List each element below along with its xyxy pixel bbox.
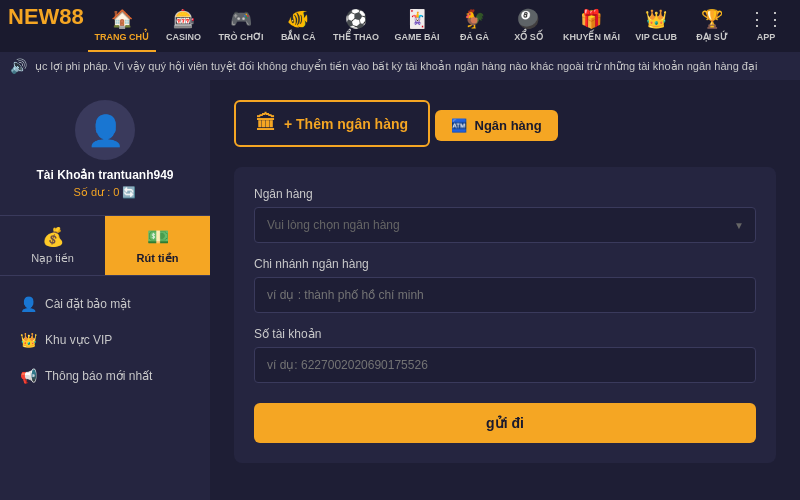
nav-label-app: APP [757, 32, 776, 42]
ticker-text: ục lợi phi pháp. Vì vậy quý hội viên tuy… [35, 60, 757, 73]
nav-label-xo-so: XỔ SỐ [514, 32, 543, 42]
nav-label-da-ga: ĐÁ GÀ [460, 32, 489, 42]
nav-item-da-ga[interactable]: 🐓 ĐÁ GÀ [448, 0, 500, 52]
nav-item-game-bai[interactable]: 🃏 GAME BÀI [388, 0, 447, 52]
ngan-hang-group: Ngân hàng Vui lòng chọn ngân hàng [254, 187, 756, 243]
logo-88: 88 [59, 4, 83, 29]
nap-tien-tab[interactable]: 💰 Nạp tiền [0, 216, 105, 275]
sidebar-item-thong-bao[interactable]: 📢 Thông báo mới nhất [8, 358, 202, 394]
nav-label-khuyen-mai: KHUYẾN MÃI [563, 32, 620, 42]
vip-icon: 👑 [20, 332, 37, 348]
thong-bao-label: Thông báo mới nhất [45, 369, 152, 383]
cai-dat-label: Cài đặt bảo mật [45, 297, 131, 311]
ngan-hang-select[interactable]: Vui lòng chọn ngân hàng [254, 207, 756, 243]
lottery-icon: 🎱 [517, 8, 539, 30]
main-content: 👤 Tài Khoản trantuanh949 Số dư : 0 🔄 💰 N… [0, 80, 800, 500]
refresh-icon[interactable]: 🔄 [122, 186, 136, 198]
ticker-bar: 🔊 ục lợi phi pháp. Vì vậy quý hội viên t… [0, 52, 800, 80]
nav-item-app[interactable]: ⋮⋮ APP [740, 0, 792, 52]
nav-label-the-thao: THỂ THAO [333, 32, 379, 42]
add-bank-button[interactable]: 🏛 + Thêm ngân hàng [234, 100, 430, 147]
header: NEW88 🏠 TRANG CHỦ 🎰 CASINO 🎮 TRÒ CHƠI 🐠 … [0, 0, 800, 52]
home-icon: 🏠 [111, 8, 133, 30]
nav-item-casino[interactable]: 🎰 CASINO [158, 0, 210, 52]
app-icon: ⋮⋮ [748, 8, 784, 30]
gift-icon: 🎁 [580, 8, 602, 30]
nap-tien-label: Nạp tiền [31, 252, 74, 265]
so-tai-khoan-input[interactable] [254, 347, 756, 383]
logo-new: NEW [8, 4, 59, 29]
so-tai-khoan-group: Số tài khoản [254, 327, 756, 383]
chi-nhanh-input[interactable] [254, 277, 756, 313]
nav-label-ban-ca: BẮN CÁ [281, 32, 316, 42]
nav-item-trang-chu[interactable]: 🏠 TRANG CHỦ [88, 0, 156, 52]
chi-nhanh-label: Chi nhánh ngân hàng [254, 257, 756, 271]
nav-item-dai-su[interactable]: 🏆 ĐẠI SỨ [686, 0, 738, 52]
sidebar-menu: 👤 Cài đặt bảo mật 👑 Khu vực VIP 📢 Thông … [0, 286, 210, 394]
cards-icon: 🃏 [406, 8, 428, 30]
ngan-hang-select-wrapper: Vui lòng chọn ngân hàng [254, 207, 756, 243]
nav-item-xo-so[interactable]: 🎱 XỔ SỐ [502, 0, 554, 52]
sports-icon: ⚽ [345, 8, 367, 30]
sidebar: 👤 Tài Khoản trantuanh949 Số dư : 0 🔄 💰 N… [0, 80, 210, 500]
rut-tien-tab[interactable]: 💵 Rút tiền [105, 216, 210, 275]
ngan-hang-label: Ngân hàng [254, 187, 756, 201]
game-icon: 🎮 [230, 8, 252, 30]
notification-icon: 📢 [20, 368, 37, 384]
nav-item-ban-ca[interactable]: 🐠 BẮN CÁ [272, 0, 324, 52]
deposit-icon: 💰 [42, 226, 64, 248]
nav-label-game-bai: GAME BÀI [395, 32, 440, 42]
fish-icon: 🐠 [287, 8, 309, 30]
username: Tài Khoản trantuanh949 [36, 168, 173, 182]
nav-label-dai-su: ĐẠI SỨ [696, 32, 728, 42]
submit-button[interactable]: gửi đi [254, 403, 756, 443]
submit-label: gửi đi [486, 415, 524, 431]
nav-item-the-thao[interactable]: ⚽ THỂ THAO [326, 0, 386, 52]
content-area: 🏛 + Thêm ngân hàng 🏧 Ngân hàng Ngân hàng… [210, 80, 800, 500]
bank-form: Ngân hàng Vui lòng chọn ngân hàng Chi nh… [234, 167, 776, 463]
sidebar-item-cai-dat-bao-mat[interactable]: 👤 Cài đặt bảo mật [8, 286, 202, 322]
bank-icon: 🏧 [451, 118, 467, 133]
nav-label-tro-choi: TRÒ CHƠI [218, 32, 263, 42]
user-balance: Số dư : 0 🔄 [74, 186, 137, 199]
crown-icon: 👑 [645, 8, 667, 30]
sound-icon: 🔊 [10, 58, 27, 74]
nav-item-vip-club[interactable]: 👑 VIP CLUB [628, 0, 684, 52]
logo-text: NEW88 [8, 4, 84, 29]
bank-tab-button[interactable]: 🏧 Ngân hàng [435, 110, 558, 141]
nav-item-tro-choi[interactable]: 🎮 TRÒ CHƠI [212, 0, 271, 52]
so-tai-khoan-label: Số tài khoản [254, 327, 756, 341]
nav-label-casino: CASINO [166, 32, 201, 42]
nav-item-khuyen-mai[interactable]: 🎁 KHUYẾN MÃI [556, 0, 626, 52]
chicken-icon: 🐓 [463, 8, 485, 30]
avatar: 👤 [75, 100, 135, 160]
add-bank-label: + Thêm ngân hàng [284, 116, 408, 132]
sidebar-tabs: 💰 Nạp tiền 💵 Rút tiền [0, 215, 210, 276]
nav-label-vip-club: VIP CLUB [635, 32, 677, 42]
logo[interactable]: NEW88 [8, 6, 78, 46]
bank-add-icon: 🏛 [256, 112, 276, 135]
rut-tien-label: Rút tiền [137, 252, 179, 265]
withdraw-icon: 💵 [147, 226, 169, 248]
chi-nhanh-group: Chi nhánh ngân hàng [254, 257, 756, 313]
security-icon: 👤 [20, 296, 37, 312]
sidebar-item-khu-vuc-vip[interactable]: 👑 Khu vực VIP [8, 322, 202, 358]
bank-tab-label: Ngân hàng [475, 118, 542, 133]
nav-label-trang-chu: TRANG CHỦ [95, 32, 150, 42]
trophy-icon: 🏆 [701, 8, 723, 30]
vip-label: Khu vực VIP [45, 333, 112, 347]
casino-icon: 🎰 [173, 8, 195, 30]
